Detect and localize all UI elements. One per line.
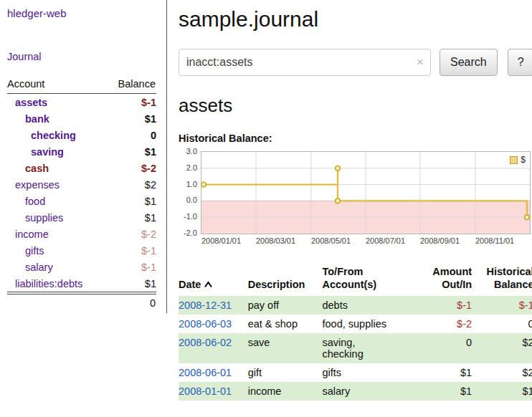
account-row: checking 0 bbox=[7, 127, 156, 143]
account-balance: $1 bbox=[145, 278, 156, 289]
balance-chart: 3.0 2.0 1.0 0.0 -1.0 -2.0 bbox=[179, 151, 532, 246]
y-tick-label: 3.0 bbox=[186, 147, 197, 155]
cell-balance: $2 bbox=[472, 333, 532, 363]
chart-y-axis: 3.0 2.0 1.0 0.0 -1.0 -2.0 bbox=[179, 151, 201, 234]
sidebar-account-checking[interactable]: checking bbox=[7, 130, 76, 141]
column-header-tofrom: To/From Account(s) bbox=[322, 262, 418, 296]
register-row: 2008-01-01 income salary $1 $1 bbox=[179, 382, 532, 401]
account-balance: $-2 bbox=[141, 229, 156, 240]
cell-date: 2008-06-03 bbox=[179, 315, 248, 333]
clear-search-icon[interactable]: × bbox=[417, 56, 424, 68]
cell-description: eat & shop bbox=[248, 315, 323, 333]
sidebar-account-expenses[interactable]: expenses bbox=[7, 179, 60, 191]
sidebar: hledger-web Journal Account Balance asse… bbox=[0, 0, 167, 313]
y-tick-label: 2.0 bbox=[186, 163, 197, 172]
legend-label: $ bbox=[521, 155, 526, 165]
page: hledger-web Journal Account Balance asse… bbox=[0, 0, 532, 401]
register-row: 2008-06-03 eat & shop food, supplies $-2… bbox=[179, 315, 532, 333]
account-balance: $-1 bbox=[141, 262, 156, 273]
cell-balance: $1 bbox=[472, 382, 532, 401]
sidebar-account-salary[interactable]: salary bbox=[7, 262, 53, 273]
sidebar-account-gifts[interactable]: gifts bbox=[7, 245, 44, 257]
register-row: 2008-06-01 gift gifts $1 $2 bbox=[179, 363, 532, 382]
account-balance: $2 bbox=[145, 179, 156, 191]
sidebar-account-supplies[interactable]: supplies bbox=[7, 212, 63, 224]
sort-ascending-icon bbox=[204, 278, 213, 291]
account-row: income $-2 bbox=[7, 226, 156, 242]
accounts-total: 0 bbox=[7, 292, 156, 309]
column-header-date[interactable]: Date bbox=[179, 262, 248, 296]
register-header-row: Date Description To/From Account(s) Amou… bbox=[179, 262, 532, 296]
accounts-table: Account Balance assets $-1 bank $1 check… bbox=[7, 78, 156, 309]
account-balance: $1 bbox=[145, 146, 156, 158]
cell-date: 2008-12-31 bbox=[179, 296, 248, 315]
sidebar-account-food[interactable]: food bbox=[7, 196, 45, 207]
search-button[interactable]: Search bbox=[440, 49, 498, 76]
account-row: expenses $2 bbox=[7, 176, 156, 193]
account-row: assets $-1 bbox=[7, 94, 156, 110]
cell-accounts: food, supplies bbox=[322, 315, 418, 333]
account-row: bank $1 bbox=[7, 110, 156, 127]
date-link[interactable]: 2008-06-02 bbox=[179, 337, 232, 348]
cell-amount: $1 bbox=[419, 382, 472, 401]
sidebar-account-liabilities-debts[interactable]: liabilities:debts bbox=[7, 278, 82, 289]
chart-canvas bbox=[201, 152, 530, 234]
account-balance: $-1 bbox=[141, 97, 156, 108]
column-header-description: Description bbox=[248, 262, 323, 296]
date-link[interactable]: 2008-06-01 bbox=[179, 367, 232, 378]
date-link[interactable]: 2008-01-01 bbox=[179, 385, 232, 397]
sidebar-account-cash[interactable]: cash bbox=[7, 163, 49, 174]
x-tick-label: 2008/09/01 bbox=[420, 236, 460, 245]
cell-amount: $-1 bbox=[419, 296, 472, 315]
accounts-header-balance: Balance bbox=[118, 78, 156, 90]
cell-description: save bbox=[248, 333, 323, 363]
accounts-header-account: Account bbox=[7, 78, 44, 90]
cell-description: income bbox=[248, 382, 323, 401]
search-input[interactable] bbox=[179, 49, 431, 76]
cell-date: 2008-06-02 bbox=[179, 333, 248, 363]
chart-x-axis: 2008/01/01 2008/03/01 2008/05/01 2008/07… bbox=[201, 234, 531, 246]
account-balance: $-1 bbox=[141, 245, 156, 257]
account-row: food $1 bbox=[7, 193, 156, 209]
account-balance: $1 bbox=[145, 113, 156, 125]
x-tick-label: 2008/11/01 bbox=[475, 236, 514, 245]
date-link[interactable]: 2008-06-03 bbox=[179, 318, 232, 330]
account-balance: $1 bbox=[145, 196, 156, 207]
x-tick-label: 2008/05/01 bbox=[311, 236, 351, 245]
account-row: gifts $-1 bbox=[7, 242, 156, 259]
cell-date: 2008-01-01 bbox=[179, 382, 248, 401]
help-button[interactable]: ? bbox=[508, 49, 532, 76]
page-title: sample.journal bbox=[179, 7, 532, 32]
account-row: saving $1 bbox=[7, 143, 156, 160]
x-tick-label: 2008/01/01 bbox=[201, 236, 241, 245]
y-tick-label: -2.0 bbox=[184, 229, 197, 237]
x-tick-label: 2008/03/01 bbox=[256, 236, 295, 245]
sidebar-item-journal[interactable]: Journal bbox=[7, 51, 42, 62]
sidebar-account-bank[interactable]: bank bbox=[7, 113, 49, 125]
cell-amount: 0 bbox=[419, 333, 472, 363]
cell-description: gift bbox=[248, 363, 323, 382]
account-row: supplies $1 bbox=[7, 209, 156, 226]
y-tick-label: 0.0 bbox=[186, 196, 197, 204]
cell-balance: $2 bbox=[472, 363, 532, 382]
date-link[interactable]: 2008-12-31 bbox=[179, 299, 232, 311]
sidebar-account-assets[interactable]: assets bbox=[7, 97, 47, 108]
account-balance: $1 bbox=[145, 212, 156, 224]
account-row: salary $-1 bbox=[7, 259, 156, 275]
account-row: cash $-2 bbox=[7, 160, 156, 176]
account-row: liabilities:debts $1 bbox=[7, 275, 156, 292]
account-heading: assets bbox=[179, 95, 532, 117]
app-title-link[interactable]: hledger-web bbox=[7, 7, 67, 19]
register-table: Date Description To/From Account(s) Amou… bbox=[179, 262, 532, 401]
cell-accounts: saving, checking bbox=[322, 333, 418, 363]
cell-accounts: debts bbox=[322, 296, 418, 315]
register-row: 2008-12-31 pay off debts $-1 $-1 bbox=[179, 296, 532, 315]
search-bar: × Search ? bbox=[179, 49, 532, 76]
sidebar-account-saving[interactable]: saving bbox=[7, 146, 64, 158]
account-balance: 0 bbox=[151, 130, 156, 141]
column-header-balance: Historical Balance bbox=[472, 262, 532, 296]
cell-accounts: gifts bbox=[322, 363, 418, 382]
chart-plot-area: $ bbox=[201, 151, 531, 234]
chart-legend: $ bbox=[510, 155, 526, 165]
sidebar-account-income[interactable]: income bbox=[7, 229, 49, 240]
